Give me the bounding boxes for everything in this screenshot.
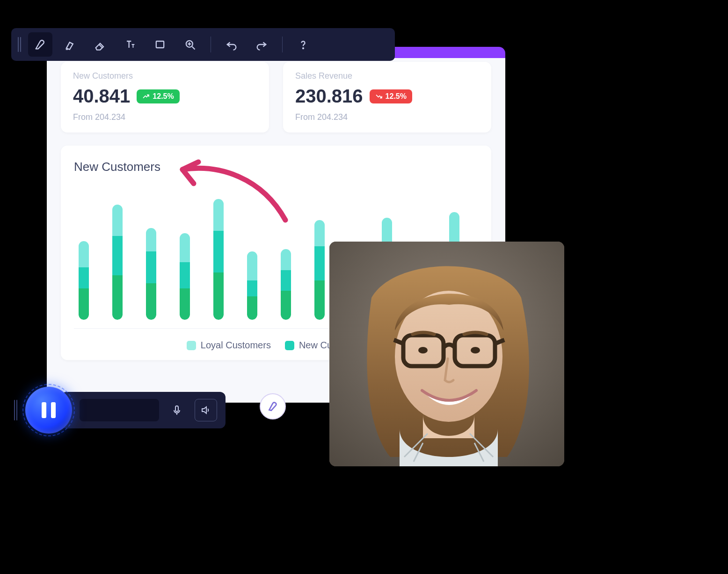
card-label: Sales Revenue (295, 71, 479, 81)
toolbar-separator (282, 37, 283, 52)
trend-down-badge: 12.5% (370, 89, 412, 103)
chart-bar (146, 228, 156, 320)
chart-bar (247, 251, 257, 320)
legend-item: Loyal Customers (187, 340, 271, 351)
annotation-toolbar (11, 28, 395, 61)
chart-bar (180, 233, 190, 320)
trend-down-icon (375, 93, 383, 100)
chart-bar (112, 205, 123, 320)
svg-point-8 (418, 347, 428, 353)
legend-swatch (187, 341, 196, 350)
card-value: 40.841 (73, 86, 130, 107)
trend-up-badge: 12.5% (137, 89, 179, 103)
trend-up-icon (142, 93, 150, 100)
webcam-overlay[interactable] (329, 242, 564, 466)
highlighter-icon[interactable] (58, 32, 82, 57)
svg-rect-0 (156, 41, 164, 48)
svg-point-2 (303, 48, 304, 49)
recording-controls (14, 387, 226, 434)
card-value: 230.816 (295, 86, 363, 107)
speaker-icon[interactable] (195, 399, 217, 421)
card-subtext: From 204.234 (73, 112, 257, 122)
card-label: New Customers (73, 71, 257, 81)
legend-label: Loyal Customers (201, 340, 271, 351)
chart-bar (281, 249, 291, 320)
eraser-icon[interactable] (88, 32, 112, 57)
sales-revenue-card: Sales Revenue 230.816 12.5% From 204.234 (283, 62, 491, 132)
recbar-drag-handle[interactable] (14, 400, 20, 420)
pen-tool-floating[interactable] (260, 393, 286, 419)
new-customers-card: New Customers 40.841 12.5% From 204.234 (61, 62, 269, 132)
toolbar-separator (211, 37, 211, 52)
text-icon[interactable] (118, 32, 142, 57)
chart-title: New Customers (74, 160, 478, 174)
zoom-in-icon[interactable] (178, 32, 202, 57)
svg-point-9 (471, 347, 480, 353)
pen-icon[interactable] (28, 32, 52, 57)
help-icon[interactable] (291, 32, 315, 57)
toolbar-drag-handle[interactable] (18, 37, 22, 52)
chart-bar (213, 199, 224, 320)
delta-value: 12.5% (386, 92, 407, 101)
legend-swatch (285, 341, 294, 350)
recording-bar (61, 392, 226, 428)
microphone-icon[interactable] (166, 399, 188, 421)
undo-icon[interactable] (219, 32, 244, 57)
card-subtext: From 204.234 (295, 112, 479, 122)
delta-value: 12.5% (153, 92, 174, 101)
recording-display (80, 399, 159, 421)
chart-bar (79, 241, 89, 320)
chart-bar (314, 220, 325, 320)
pause-button[interactable] (25, 387, 72, 434)
redo-icon[interactable] (249, 32, 274, 57)
rectangle-icon[interactable] (148, 32, 172, 57)
svg-rect-3 (175, 406, 178, 412)
